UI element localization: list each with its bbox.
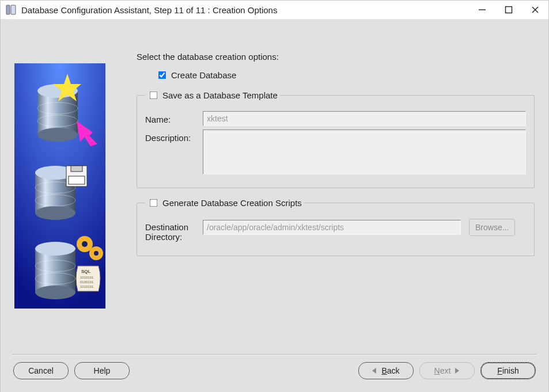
cancel-button[interactable]: Cancel — [13, 362, 69, 379]
chevron-left-icon — [372, 368, 377, 374]
template-description-label: Description: — [145, 130, 198, 143]
button-bar: Cancel Help Back Next Finish — [1, 362, 548, 392]
destination-directory-input[interactable] — [203, 220, 461, 235]
help-button[interactable]: Help — [74, 362, 130, 379]
destination-row: Destination Directory: Browse... — [145, 219, 526, 242]
svg-point-28 — [82, 241, 88, 247]
generate-scripts-checkbox[interactable] — [150, 199, 158, 207]
window-root: Database Configuration Assistant, Step 1… — [0, 0, 549, 392]
title-bar: Database Configuration Assistant, Step 1… — [1, 1, 548, 20]
svg-point-30 — [94, 251, 99, 256]
client-area: SQL 1010101 0100101 1010101 Select the d… — [1, 20, 548, 392]
main-column: Select the database creation options: Cr… — [137, 33, 535, 347]
svg-rect-3 — [506, 7, 512, 13]
svg-rect-20 — [71, 166, 82, 172]
generate-scripts-legend[interactable]: Generate Database Creation Scripts — [145, 197, 304, 208]
svg-text:1010101: 1010101 — [80, 276, 94, 279]
next-label-rest: ext — [440, 366, 451, 375]
svg-text:1010101: 1010101 — [80, 285, 94, 288]
svg-text:SQL: SQL — [81, 269, 91, 274]
wizard-illustration: SQL 1010101 0100101 1010101 — [14, 63, 105, 309]
chevron-right-icon — [455, 368, 460, 374]
svg-rect-21 — [69, 176, 85, 184]
template-description-row: Description: — [145, 130, 526, 176]
generate-scripts-group: Generate Database Creation Scripts Desti… — [137, 197, 535, 256]
svg-point-23 — [35, 242, 75, 256]
instruction-text: Select the database creation options: — [137, 52, 535, 62]
app-icon — [5, 4, 17, 16]
content-area: SQL 1010101 0100101 1010101 Select the d… — [1, 20, 548, 347]
svg-point-24 — [35, 286, 75, 299]
window-title: Database Configuration Assistant, Step 1… — [21, 5, 477, 15]
svg-point-16 — [35, 206, 75, 220]
maximize-button[interactable] — [503, 5, 514, 15]
template-name-row: Name: — [145, 111, 526, 126]
caption-buttons — [477, 5, 540, 15]
template-name-input[interactable] — [203, 111, 526, 126]
back-button[interactable]: Back — [358, 362, 414, 379]
separator — [12, 354, 537, 355]
svg-rect-0 — [6, 5, 10, 14]
create-database-row[interactable]: Create Database — [156, 70, 535, 81]
save-template-group: Save as a Database Template Name: Descri… — [137, 90, 535, 188]
finish-button[interactable]: Finish — [480, 362, 536, 379]
template-name-label: Name: — [145, 111, 198, 124]
generate-scripts-legend-text: Generate Database Creation Scripts — [162, 198, 302, 208]
back-label-rest: ack — [387, 366, 400, 375]
svg-rect-1 — [11, 5, 16, 14]
template-description-input[interactable] — [203, 130, 526, 174]
save-template-legend[interactable]: Save as a Database Template — [145, 90, 280, 101]
finish-mnemonic: F — [497, 366, 502, 375]
back-mnemonic: B — [381, 366, 387, 375]
svg-text:0100101: 0100101 — [80, 280, 94, 284]
svg-point-9 — [37, 128, 78, 142]
create-database-label: Create Database — [171, 70, 236, 80]
save-template-checkbox[interactable] — [150, 92, 158, 100]
finish-label-rest: inish — [502, 366, 519, 375]
destination-label: Destination Directory: — [145, 219, 198, 242]
next-mnemonic: N — [434, 366, 440, 375]
close-button[interactable] — [530, 5, 540, 15]
create-database-checkbox[interactable] — [158, 71, 166, 79]
browse-button[interactable]: Browse... — [469, 219, 515, 236]
save-template-legend-text: Save as a Database Template — [162, 90, 278, 100]
minimize-button[interactable] — [477, 5, 487, 15]
next-button[interactable]: Next — [419, 362, 475, 379]
